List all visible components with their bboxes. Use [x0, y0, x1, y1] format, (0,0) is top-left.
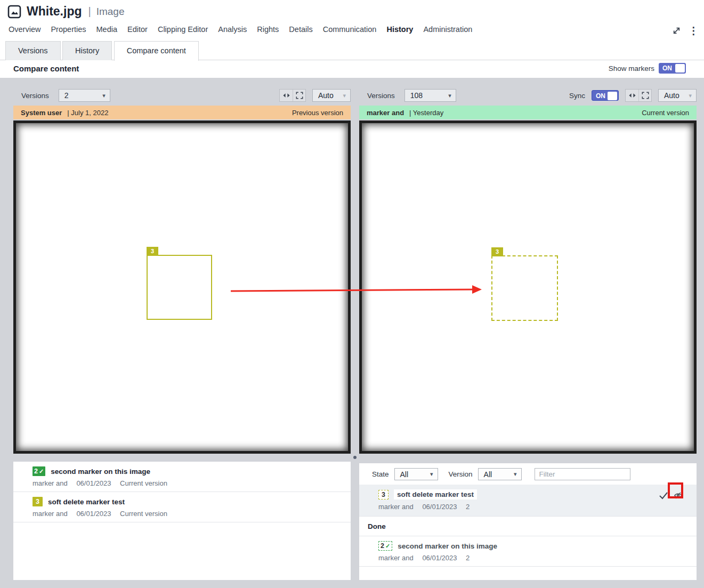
asset-type-label: Image — [96, 6, 125, 18]
nav-overview[interactable]: Overview — [9, 25, 41, 34]
versions-label-right: Versions — [367, 92, 395, 100]
tab-history[interactable]: History — [62, 41, 112, 60]
fullscreen-icon-right[interactable] — [638, 90, 651, 101]
marker-filter-bar: State All ▾ Version All ▾ — [359, 463, 697, 485]
nav-media[interactable]: Media — [96, 25, 118, 34]
chevron-down-icon: ▾ — [430, 471, 433, 478]
section-header: Compare content Show markers ON — [0, 60, 704, 78]
check-icon: ✓ — [385, 543, 390, 550]
marker-badge-outline: 3 — [378, 490, 389, 500]
tab-versions[interactable]: Versions — [5, 41, 61, 60]
show-markers-label: Show markers — [609, 65, 654, 73]
nav-details[interactable]: Details — [289, 25, 312, 34]
nav-administration[interactable]: Administration — [423, 25, 472, 34]
left-panel-controls: Versions 2 ▾ Auto ▾ — [13, 88, 351, 102]
nav-history[interactable]: History — [386, 25, 413, 34]
version-select-left[interactable]: 2 ▾ — [59, 89, 110, 102]
marker-badge-green: 2✓ — [33, 466, 45, 476]
nav-clipping-editor[interactable]: Clipping Editor — [158, 25, 208, 34]
marker-badge-done: 2✓ — [378, 541, 392, 551]
marker-date: 06/01/2023 — [76, 510, 111, 518]
toggle-knob — [675, 64, 685, 73]
nav-properties[interactable]: Properties — [51, 25, 86, 34]
nav-communication[interactable]: Communication — [323, 25, 377, 34]
marker-3-solid[interactable]: 3 — [147, 255, 212, 320]
tab-compare-content[interactable]: Compare content — [114, 41, 199, 61]
nav-rights[interactable]: Rights — [257, 25, 279, 34]
marker-badge-yellow: 3 — [33, 497, 43, 506]
right-panel-controls: Versions 108 ▾ Sync ON Auto ▾ — [359, 88, 697, 102]
main-nav: Overview Properties Media Editor Clippin… — [9, 25, 472, 34]
done-section-header: Done — [359, 517, 697, 536]
version-filter-label: Version — [449, 470, 473, 478]
toggle-knob — [608, 92, 617, 100]
versions-label-left: Versions — [21, 92, 49, 100]
title-separator: | — [88, 5, 91, 18]
selected-marker-row[interactable]: 3 soft delete marker test marker and 06/… — [359, 485, 697, 516]
marker-title: soft delete marker test — [394, 489, 477, 500]
title-row: White.jpg | Image — [7, 4, 125, 19]
marker-list-left: 2✓ second marker on this image marker an… — [13, 462, 351, 580]
image-viewer-left[interactable]: 3 — [13, 120, 351, 454]
sync-toggle[interactable]: ON — [592, 90, 619, 101]
marker-version: 2 — [466, 503, 470, 511]
zoom-select-left[interactable]: Auto ▾ — [312, 89, 351, 102]
chevron-down-icon: ▾ — [514, 471, 517, 478]
compare-arrows-icon[interactable] — [280, 90, 293, 101]
chevron-down-icon: ▾ — [102, 92, 106, 99]
marker-version: Current version — [120, 479, 167, 487]
image-file-icon — [7, 5, 21, 19]
list-item[interactable]: 2✓ second marker on this image marker an… — [13, 462, 351, 492]
marker-author: marker and — [378, 503, 414, 511]
marker-version: Current version — [120, 510, 167, 518]
marker-date: 06/01/2023 — [422, 503, 457, 511]
image-viewer-right[interactable]: 3 — [359, 120, 697, 454]
previous-version-banner: System user | July 1, 2022 Previous vers… — [13, 106, 351, 119]
divider — [359, 566, 697, 567]
marker-list-right: State All ▾ Version All ▾ 3 soft delete … — [359, 463, 697, 580]
list-item[interactable]: 3 soft delete marker test marker and 06/… — [13, 492, 351, 522]
app-header: White.jpg | Image Overview Properties Me… — [0, 0, 704, 78]
chevron-down-icon: ▾ — [448, 92, 451, 99]
splitter-handle[interactable] — [353, 456, 357, 459]
tab-bar: Versions History Compare content — [0, 41, 704, 60]
chevron-down-icon: ▾ — [689, 92, 692, 99]
zoom-select-right[interactable]: Auto ▾ — [658, 89, 697, 102]
marker-number-badge: 3 — [147, 247, 158, 256]
current-version-banner: marker and | Yesterday Current version — [359, 106, 697, 119]
state-label: State — [372, 470, 389, 478]
nav-editor[interactable]: Editor — [127, 25, 148, 34]
version-select-right[interactable]: 108 ▾ — [404, 89, 456, 102]
show-markers-toggle[interactable]: ON — [659, 63, 686, 74]
marker-number-badge: 3 — [491, 247, 503, 256]
marker-author: marker and — [378, 554, 414, 562]
marker-author: marker and — [33, 479, 68, 487]
page-title: White.jpg — [27, 4, 82, 19]
check-icon: ✓ — [39, 468, 44, 475]
compare-arrows-icon[interactable] — [626, 90, 638, 101]
marker-version: 2 — [466, 554, 470, 562]
hide-marker-eye-slash-icon[interactable] — [674, 491, 683, 500]
marker-date: 06/01/2023 — [76, 479, 111, 487]
done-marker-row[interactable]: 2✓ second marker on this image marker an… — [359, 536, 697, 566]
divider — [13, 522, 351, 522]
chevron-down-icon: ▾ — [343, 92, 346, 99]
version-filter-select[interactable]: All ▾ — [478, 468, 522, 480]
mark-done-check-icon[interactable] — [658, 491, 668, 500]
sync-label: Sync — [569, 92, 585, 100]
kebab-menu-icon[interactable]: ⋮ — [689, 25, 699, 37]
marker-date: 06/01/2023 — [422, 554, 457, 562]
marker-author: marker and — [33, 510, 68, 518]
marker-3-dashed[interactable]: 3 — [491, 255, 558, 321]
nav-analysis[interactable]: Analysis — [218, 25, 247, 34]
expand-icon[interactable] — [672, 26, 681, 35]
section-title: Compare content — [13, 64, 79, 73]
filter-input[interactable] — [535, 468, 630, 480]
fullscreen-icon-left[interactable] — [293, 90, 305, 101]
state-select[interactable]: All ▾ — [394, 468, 438, 480]
